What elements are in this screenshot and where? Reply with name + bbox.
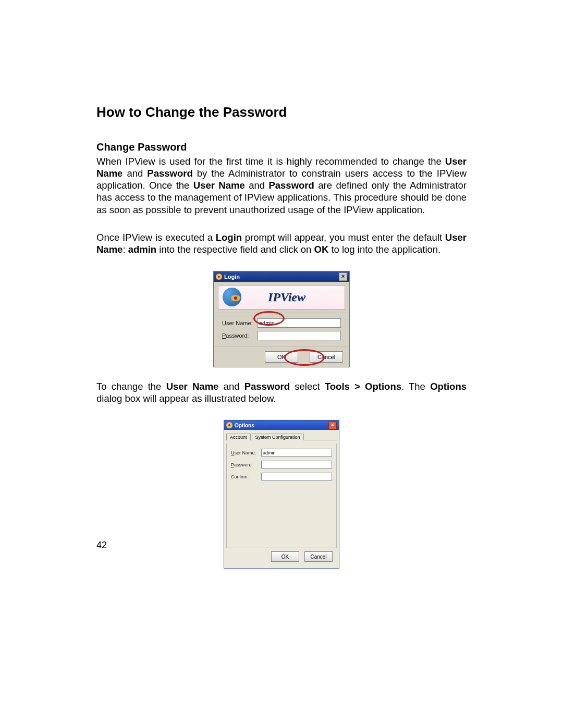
bold-admin: admin <box>128 244 156 255</box>
login-banner: IPView <box>218 285 345 310</box>
login-dialog-figure: Login × IPView User Name: Password: <box>96 271 467 367</box>
options-titlebar: Options × <box>224 421 339 430</box>
text: When IPView is used for the first time i… <box>96 156 445 167</box>
bold-user-name: User Name <box>193 180 245 191</box>
app-icon <box>226 422 232 428</box>
user-name-label: User Name: <box>231 450 261 455</box>
confirm-input[interactable] <box>261 473 332 480</box>
login-titlebar: Login × <box>214 272 349 282</box>
password-label: Password: <box>231 462 261 467</box>
eye-icon <box>231 295 240 301</box>
cancel-button[interactable]: Cancel <box>310 351 343 363</box>
options-dialog: Options × Account System Configuration U… <box>224 420 339 569</box>
bold-login: Login <box>216 232 242 243</box>
tab-account[interactable]: Account <box>226 434 251 440</box>
login-title-text: Login <box>224 274 240 280</box>
password-input[interactable] <box>261 461 332 468</box>
text: into the respective field and click on <box>156 244 314 255</box>
password-label: Password: <box>222 332 258 339</box>
options-body: Account System Configuration User Name: … <box>224 430 339 568</box>
text: and <box>123 168 147 179</box>
options-dialog-figure: Options × Account System Configuration U… <box>96 420 467 569</box>
text: select <box>290 381 325 392</box>
options-footer: OK Cancel <box>226 548 337 566</box>
user-name-label: User Name: <box>222 320 258 326</box>
bold-tools-options: Tools > Options <box>325 381 401 392</box>
ok-button[interactable]: OK <box>265 351 298 363</box>
bold-password: Password <box>268 180 314 191</box>
page-title: How to Change the Password <box>96 104 467 120</box>
confirm-label: Confirm: <box>231 474 261 479</box>
paragraph-1: When IPView is used for the first time i… <box>96 155 467 216</box>
text: : <box>123 244 128 255</box>
text: and <box>245 180 269 191</box>
user-name-input[interactable] <box>258 318 341 328</box>
close-icon[interactable]: × <box>328 422 337 429</box>
ok-button[interactable]: OK <box>271 551 299 562</box>
close-icon[interactable]: × <box>339 273 347 281</box>
text: . The <box>401 381 430 392</box>
paragraph-3: To change the User Name and Password sel… <box>96 380 467 404</box>
login-footer: OK Cancel <box>214 347 349 367</box>
cancel-button[interactable]: Cancel <box>304 551 333 562</box>
paragraph-2: Once IPView is executed a Login prompt w… <box>96 231 467 255</box>
text: Once IPView is executed a <box>96 232 216 243</box>
text: to log into the application. <box>328 244 440 255</box>
app-icon <box>216 274 222 280</box>
text: dialog box will appear as illustrated be… <box>96 393 276 404</box>
section-subtitle: Change Password <box>96 141 467 153</box>
user-name-input[interactable] <box>261 449 332 456</box>
bold-user-name: User Name <box>166 381 219 392</box>
login-dialog: Login × IPView User Name: Password: <box>213 271 350 367</box>
bold-password: Password <box>244 381 290 392</box>
password-input[interactable] <box>258 331 341 340</box>
text: To change the <box>96 381 166 392</box>
tabs: Account System Configuration <box>226 433 337 440</box>
text: and <box>218 381 244 392</box>
bold-ok: OK <box>314 244 329 255</box>
tab-system-configuration[interactable]: System Configuration <box>252 434 304 440</box>
banner-text: IPView <box>268 290 305 304</box>
options-title-text: Options <box>235 423 254 428</box>
bold-options: Options <box>430 381 467 392</box>
text: prompt will appear, you must enter the d… <box>242 232 445 243</box>
page-number: 42 <box>96 540 107 551</box>
account-panel: User Name: Password: Confirm: <box>226 443 337 548</box>
login-body: User Name: Password: <box>214 313 349 347</box>
bold-password: Password <box>147 168 192 179</box>
